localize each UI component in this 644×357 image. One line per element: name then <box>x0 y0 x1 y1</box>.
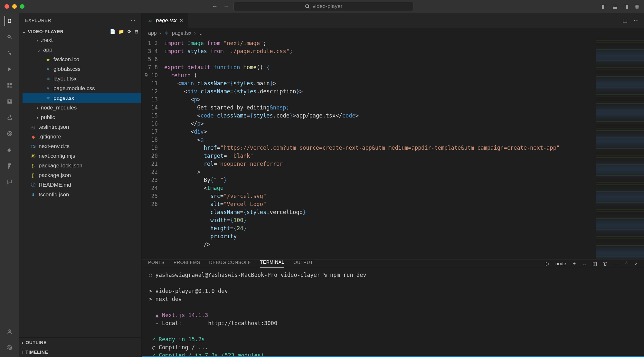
chevron-down-icon[interactable]: ⌄ <box>22 29 26 34</box>
close-tab-icon[interactable]: × <box>180 17 183 24</box>
split-editor-icon[interactable]: ◫ <box>622 17 628 24</box>
file-package-lock[interactable]: {}package-lock.json <box>23 161 141 171</box>
folder-public[interactable]: ›public <box>23 113 141 122</box>
sidebar-explorer: EXPLORER ⋯ ⌄ VIDEO-PLAYER 📄 📁 ⟳ ⊟ ›.next… <box>19 13 142 357</box>
title-bar: ← → video-player ◧ ⬓ ◨ ▦ <box>0 0 644 13</box>
breadcrumb[interactable]: app › ⚛ page.tsx › ... <box>142 28 644 38</box>
folder-next[interactable]: ›.next <box>23 35 141 45</box>
tab-problems[interactable]: PROBLEMS <box>174 260 200 268</box>
minimap[interactable] <box>596 38 644 259</box>
file-page-module-css[interactable]: #page.module.css <box>23 84 141 93</box>
layout-customize-icon[interactable]: ▦ <box>634 3 639 10</box>
term-line: ✓ Ready in 15.2s <box>149 336 205 343</box>
tab-label: page.tsx <box>156 17 176 24</box>
nav-back-icon[interactable]: ← <box>212 3 218 10</box>
activity-bar <box>0 13 19 357</box>
file-next-env[interactable]: TSnext-env.d.ts <box>23 142 141 151</box>
activity-run[interactable] <box>5 64 14 74</box>
new-folder-icon[interactable]: 📁 <box>118 29 124 34</box>
term-line: > video-player@0.1.0 dev <box>149 288 228 294</box>
file-next-config[interactable]: JSnext.config.mjs <box>23 151 141 161</box>
maximize-panel-icon[interactable]: ＾ <box>624 260 629 267</box>
folder-node-modules[interactable]: ›node_modules <box>23 103 141 113</box>
kill-terminal-icon[interactable]: 🗑 <box>603 261 608 266</box>
react-icon: ⚛ <box>147 18 153 23</box>
activity-figma[interactable] <box>5 161 14 171</box>
split-terminal-icon[interactable]: ◫ <box>592 261 597 267</box>
timeline-section[interactable]: ›TIMELINE <box>19 347 141 357</box>
bottom-panel: PORTS PROBLEMS DEBUG CONSOLE TERMINAL OU… <box>142 259 644 356</box>
source-control-icon <box>7 50 13 56</box>
file-globals-css[interactable]: #globals.css <box>23 64 141 74</box>
extensions-icon <box>7 82 13 88</box>
layout-secondary-sidebar-icon[interactable]: ◨ <box>623 3 629 10</box>
activity-settings[interactable] <box>5 343 14 352</box>
nav-forward-icon[interactable]: → <box>223 3 229 10</box>
file-label: .eslintrc.json <box>39 124 69 130</box>
file-label: page.tsx <box>53 95 74 101</box>
term-dir: video-player <box>280 272 320 278</box>
tab-output[interactable]: OUTPUT <box>293 260 313 268</box>
run-debug-icon <box>7 66 13 72</box>
file-package-json[interactable]: {}package.json <box>23 171 141 180</box>
folder-label: public <box>41 114 55 121</box>
file-page-tsx[interactable]: ⚛page.tsx <box>23 93 141 103</box>
collapse-all-icon[interactable]: ⊟ <box>135 29 139 34</box>
term-user: yashaswiagrawal@Yashaswis-MacBook-Pro <box>155 272 277 278</box>
file-favicon[interactable]: ★favicon.ico <box>23 55 141 64</box>
file-label: next.config.mjs <box>39 153 75 159</box>
file-readme[interactable]: ⓘREADME.md <box>23 180 141 190</box>
activity-target[interactable] <box>5 129 14 138</box>
outline-label: OUTLINE <box>25 340 47 345</box>
activity-extensions[interactable] <box>5 80 14 90</box>
flask-icon <box>7 115 13 120</box>
breadcrumb-rest: ... <box>198 30 203 36</box>
new-file-icon[interactable]: 📄 <box>110 29 116 34</box>
term-line: > next dev <box>149 296 182 302</box>
activity-docker[interactable] <box>5 145 14 155</box>
tab-page-tsx[interactable]: ⚛ page.tsx × <box>142 13 188 28</box>
activity-account[interactable] <box>5 327 14 336</box>
terminal-shell-icon[interactable]: ▷ <box>546 261 550 267</box>
layout-panel-icon[interactable]: ⬓ <box>612 3 618 10</box>
editor-more-icon[interactable]: ⋯ <box>633 17 639 24</box>
terminal-dropdown-icon[interactable]: ⌄ <box>582 261 587 267</box>
tsconfig-icon: ⬍ <box>30 192 36 198</box>
new-terminal-icon[interactable]: ＋ <box>572 260 577 267</box>
figma-icon <box>7 163 13 169</box>
file-eslintrc[interactable]: ◎.eslintrc.json <box>23 122 141 132</box>
file-gitignore[interactable]: ◆.gitignore <box>23 132 141 142</box>
zoom-window-button[interactable] <box>20 4 24 9</box>
explorer-more-icon[interactable]: ⋯ <box>131 18 136 23</box>
activity-scm[interactable] <box>5 48 14 58</box>
tab-ports[interactable]: PORTS <box>148 260 165 268</box>
activity-chat[interactable] <box>5 177 14 187</box>
file-label: .gitignore <box>39 134 61 140</box>
activity-search[interactable] <box>5 32 14 42</box>
refresh-icon[interactable]: ⟳ <box>128 29 132 34</box>
command-center-search[interactable]: video-player <box>233 2 414 11</box>
outline-section[interactable]: ›OUTLINE <box>19 338 141 347</box>
layout-primary-sidebar-icon[interactable]: ◧ <box>601 3 607 10</box>
tab-terminal[interactable]: TERMINAL <box>260 259 285 268</box>
terminal-body[interactable]: ○ yashaswiagrawal@Yashaswis-MacBook-Pro … <box>142 268 644 357</box>
file-label: layout.tsx <box>53 76 77 82</box>
activity-testing[interactable] <box>5 113 14 122</box>
code-content[interactable]: import Image from "next/image"; import s… <box>164 38 596 259</box>
panel-more-icon[interactable]: ⋯ <box>613 261 618 267</box>
editor[interactable]: 1 2 3 4 5 6 7 8 9 10 11 12 13 14 15 16 1… <box>142 38 644 259</box>
close-window-button[interactable] <box>5 4 9 9</box>
account-icon <box>7 329 13 334</box>
file-tsconfig[interactable]: ⬍tsconfig.json <box>23 190 141 200</box>
gear-icon <box>7 345 13 351</box>
file-layout-tsx[interactable]: ⚛layout.tsx <box>23 74 141 84</box>
chevron-right-icon: › <box>22 350 24 355</box>
folder-label: app <box>43 47 52 53</box>
activity-explorer[interactable] <box>5 16 14 26</box>
close-panel-icon[interactable]: × <box>635 261 638 266</box>
minimize-window-button[interactable] <box>12 4 17 9</box>
activity-remote[interactable] <box>5 97 14 106</box>
tab-debug-console[interactable]: DEBUG CONSOLE <box>209 260 251 268</box>
file-label: package.json <box>39 172 71 179</box>
folder-app[interactable]: ⌄app <box>23 45 141 55</box>
